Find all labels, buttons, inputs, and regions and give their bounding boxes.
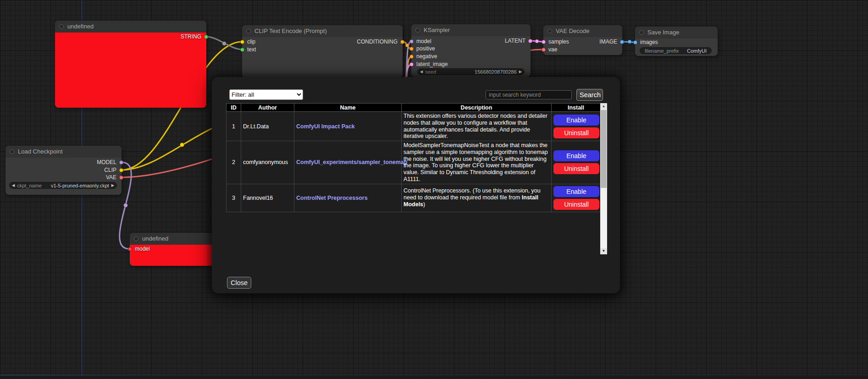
header-id: ID [227,104,241,112]
output-slot-image: IMAGE [543,38,622,45]
node-collapse-dot-icon[interactable] [10,149,14,154]
text-input-port[interactable] [240,48,244,52]
node-collapse-dot-icon[interactable] [639,30,644,35]
wire-midpoint-dot [628,40,631,44]
filename-prefix-value: ComfyUI [684,48,707,54]
image-output-port[interactable] [620,40,624,44]
node-error-body [55,33,206,108]
uninstall-button[interactable]: Uninstall [553,199,599,210]
string-output-port[interactable] [204,35,208,39]
node-ksampler[interactable]: KSampler model positive negative latent_… [411,24,531,77]
ckpt-prev-icon[interactable]: ◀ [12,182,15,189]
enable-button[interactable]: Enable [553,150,599,161]
node-collapse-dot-icon[interactable] [59,24,64,29]
input-slot-negative: negative [411,53,531,60]
input-slot-model: model [130,245,221,253]
node-collapse-dot-icon[interactable] [134,236,138,241]
latent-output-port[interactable] [528,39,532,43]
filename-prefix-widget[interactable]: filename_prefix ComfyUI [640,47,712,54]
vae-output-port[interactable] [119,176,123,180]
cell-install: Enable Uninstall [552,184,601,212]
seed-widget-label: seed [425,69,436,75]
wire-midpoint-dot [180,143,184,147]
close-button[interactable]: Close [227,277,251,289]
node-undefined-top[interactable]: undefined STRING [55,21,206,108]
enable-button[interactable]: Enable [553,115,599,126]
node-graph-canvas[interactable]: undefined STRING CLIP Text Encode (Promp… [0,0,868,379]
seed-decrease-icon[interactable]: ◀ [420,68,423,75]
node-save-image[interactable]: Save Image images filename_prefix ComfyU… [635,27,718,56]
node-undefined-bottom[interactable]: undefined model [130,233,221,266]
output-slot-clip: CLIP [6,166,122,174]
ckpt-name-value: v1-5-pruned-emaonly.ckpt [46,183,109,188]
seed-widget[interactable]: ◀ seed 156680208700286 ▶ [417,68,525,75]
seed-increase-icon[interactable]: ▶ [519,68,522,75]
uninstall-button[interactable]: Uninstall [553,127,599,138]
node-clip-text-encode[interactable]: CLIP Text Encode (Prompt) clip text COND… [242,25,403,78]
extension-link[interactable]: ControlNet Preprocessors [296,195,368,201]
model-input-port[interactable] [128,247,132,251]
node-title: KSampler [424,27,450,33]
output-slot-vae: VAE [6,174,122,181]
header-install: Install [552,104,601,112]
input-slot-positive: positive [411,45,531,52]
scroll-down-icon[interactable]: ▼ [600,248,607,254]
input-slot-text: text [242,46,403,53]
node-vae-decode[interactable]: VAE Decode samples vae IMAGE [543,25,622,55]
scrollbar[interactable]: ▲ ▼ [600,103,607,254]
wire-midpoint-dot [124,203,128,208]
cell-install: Enable Uninstall [552,141,601,184]
table-row: 1 Dr.Lt.Data ComfyUI Impact Pack This ex… [227,112,601,141]
node-collapse-dot-icon[interactable] [246,29,251,33]
positive-input-port[interactable] [409,47,414,51]
cell-name: ControlNet Preprocessors [294,184,402,212]
node-title: undefined [67,23,94,30]
input-slot-latent-image: latent_image [411,60,531,68]
cell-name: ComfyUI Impact Pack [294,112,402,141]
cell-id: 3 [227,184,241,212]
ckpt-name-widget[interactable]: ◀ ckpt_name v1-5-pruned-emaonly.ckpt ▶ [9,182,117,189]
wire-midpoint-dot [405,44,409,47]
extensions-table-container: ID Author Name Description Install 1 Dr.… [226,103,607,254]
extension-link[interactable]: ComfyUI_experiments/sampler_tonemap [296,159,407,165]
table-header-row: ID Author Name Description Install [227,104,601,112]
node-collapse-dot-icon[interactable] [547,29,552,33]
clip-output-port[interactable] [119,168,123,172]
output-slot-string: STRING [55,33,206,40]
node-load-checkpoint[interactable]: Load Checkpoint MODEL CLIP VAE ◀ ckpt_na… [6,146,122,195]
wire-midpoint-dot [535,39,539,43]
search-button[interactable]: Search [576,89,603,101]
cell-description: ControlNet Preprocessors. (To use this e… [402,184,552,212]
cell-description: ModelSamplerTonemapNoiseTest a node that… [402,141,552,184]
seed-widget-value: 156680208700286 [441,69,517,75]
node-title: CLIP Text Encode (Prompt) [254,27,327,34]
search-input[interactable] [486,90,572,99]
cell-id: 2 [227,141,241,184]
output-slot-conditioning: CONDITIONING [242,38,403,45]
ckpt-next-icon[interactable]: ▶ [111,182,114,189]
filter-select[interactable]: Filter: all [229,89,303,100]
cell-author: Dr.Lt.Data [241,112,294,141]
table-row: 3 Fannovel16 ControlNet Preprocessors Co… [227,184,601,212]
scroll-up-icon[interactable]: ▲ [600,103,607,110]
images-input-port[interactable] [633,40,637,44]
extension-link[interactable]: ComfyUI Impact Pack [296,123,355,130]
vae-input-port[interactable] [542,48,546,52]
latent-image-input-port[interactable] [409,62,414,66]
cell-install: Enable Uninstall [552,112,601,141]
filename-prefix-label: filename_prefix [645,48,679,54]
model-output-port[interactable] [119,160,123,165]
scrollbar-thumb[interactable] [601,110,607,188]
node-collapse-dot-icon[interactable] [415,28,420,33]
output-slot-latent: LATENT [411,37,531,44]
conditioning-output-port[interactable] [400,40,404,44]
negative-input-port[interactable] [409,55,414,59]
node-title: VAE Decode [556,27,589,34]
header-author: Author [241,104,294,112]
uninstall-button[interactable]: Uninstall [553,163,599,174]
enable-button[interactable]: Enable [553,186,599,197]
cell-name: ComfyUI_experiments/sampler_tonemap [294,141,402,184]
cell-id: 1 [227,112,241,141]
extensions-table: ID Author Name Description Install 1 Dr.… [226,103,601,212]
ckpt-name-label: ckpt_name [17,183,42,188]
